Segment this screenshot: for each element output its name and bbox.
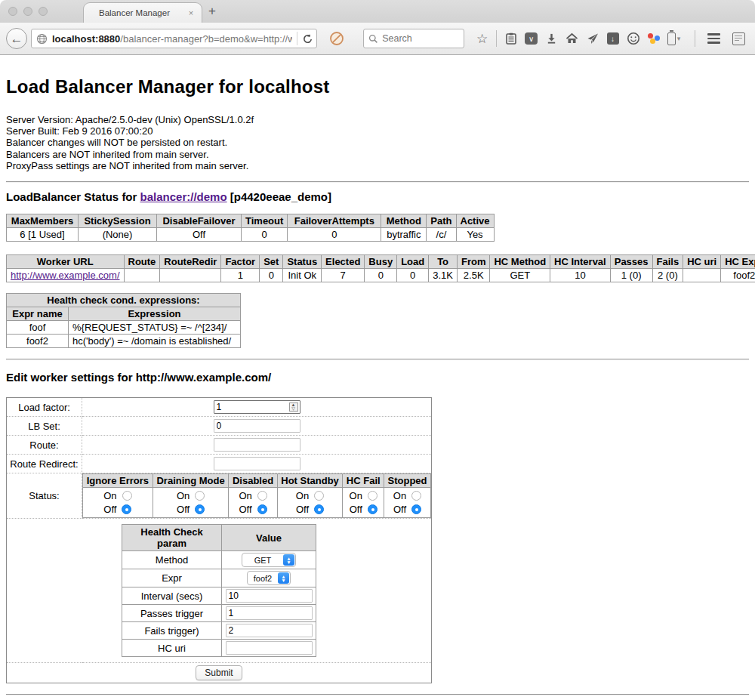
interval-input[interactable]	[226, 589, 313, 603]
edit-worker-heading: Edit worker settings for http://www.exam…	[6, 371, 749, 384]
column-header: HC Method	[490, 255, 550, 269]
radio-hc-fail-off[interactable]	[368, 504, 378, 514]
route-redirect-input[interactable]	[214, 457, 300, 470]
send-button[interactable]	[582, 27, 602, 50]
cell-disablefailover: Off	[157, 228, 242, 242]
tab-balancer-manager[interactable]: Balancer Manager ×	[83, 2, 202, 23]
cell-fails: 2 (0)	[652, 269, 683, 282]
off-label: Off	[177, 504, 190, 515]
column-header: Fails	[652, 255, 683, 269]
server-info-line: Balancers are NOT inherited from main se…	[6, 149, 749, 160]
on-label: On	[239, 490, 251, 501]
bookmark-button[interactable]: ☆	[472, 27, 492, 50]
radio-hot-standby-off[interactable]	[314, 504, 324, 514]
column-header: HC Fail	[343, 474, 384, 488]
cell-factor: 1	[221, 269, 260, 282]
radio-stopped-on[interactable]	[411, 491, 421, 501]
column-header: Busy	[365, 255, 397, 269]
save-page-button[interactable]: ↓	[602, 27, 623, 50]
number-spinner-icon[interactable]: ▲▽	[289, 402, 298, 412]
radio-hot-standby-on[interactable]	[314, 491, 324, 501]
expr-select[interactable]: foof2▲▼	[247, 571, 291, 585]
radio-stopped-off[interactable]	[411, 504, 421, 514]
passes-input[interactable]	[226, 606, 313, 620]
fails-input[interactable]	[226, 624, 313, 637]
radio-draining-mode-on[interactable]	[195, 491, 205, 501]
server-info-line: ProxyPass settings are NOT inherited fro…	[6, 160, 749, 171]
feedback-button[interactable]	[623, 27, 643, 50]
home-button[interactable]	[562, 27, 582, 50]
bookmarks-panel-button[interactable]	[729, 27, 749, 50]
select-chevrons-icon: ▲▼	[283, 554, 294, 566]
window-close-button[interactable]	[8, 7, 17, 16]
cell-status: Init Ok	[283, 269, 322, 282]
window-controls[interactable]	[8, 7, 48, 16]
lb-set-input[interactable]	[214, 419, 300, 433]
edit-worker-form: Load factor: ▲▽ LB Set: Route: Route Red…	[6, 397, 432, 683]
column-header: From	[457, 255, 490, 269]
menu-button[interactable]	[704, 27, 724, 50]
expr-name: foof	[7, 321, 69, 335]
paper-plane-icon	[587, 32, 599, 45]
new-tab-button[interactable]: +	[208, 4, 216, 19]
divider	[6, 694, 749, 695]
submit-button[interactable]: Submit	[196, 665, 242, 680]
pocket-button[interactable]: ∨	[521, 27, 541, 50]
cell-hc-method: GET	[490, 269, 550, 282]
cell-failoverattempts: 0	[288, 228, 381, 242]
heading-suffix: [p4420eeae_demo]	[227, 190, 331, 203]
column-header: FailoverAttempts	[288, 214, 381, 228]
column-header: Set	[260, 255, 283, 269]
device-button[interactable]: ▾	[664, 27, 684, 50]
divider	[6, 181, 749, 183]
cell-set: 0	[260, 269, 283, 282]
expr-label: Expr	[122, 569, 222, 587]
hc-uri-input[interactable]	[226, 641, 313, 655]
url-path: /balancer-manager?b=demo&w=http://www.ex…	[120, 33, 292, 45]
on-label: On	[350, 490, 362, 501]
balancer-demo-link[interactable]: balancer://demo	[140, 190, 227, 203]
url-bar[interactable]: localhost:8880/balancer-manager?b=demo&w…	[31, 29, 317, 48]
back-arrow-icon: ←	[11, 32, 23, 45]
table-row: 6 [1 Used] (None) Off 0 0 bytraffic /c/ …	[7, 228, 495, 242]
tab-close-icon[interactable]: ×	[185, 8, 197, 17]
column-header: Health Check param	[122, 525, 222, 551]
reload-icon[interactable]	[302, 33, 313, 45]
method-select[interactable]: GET▲▼	[242, 553, 296, 567]
back-button[interactable]: ←	[6, 28, 27, 49]
search-bar[interactable]	[363, 29, 464, 48]
url-text: localhost:8880/balancer-manager?b=demo&w…	[52, 33, 292, 45]
route-redirect-label: Route Redirect:	[7, 455, 82, 473]
radio-ignore-errors-on[interactable]	[122, 491, 132, 501]
off-label: Off	[350, 504, 362, 515]
on-label: On	[177, 490, 190, 501]
column-header: Passes	[610, 255, 652, 269]
worker-url-link[interactable]: http://www.example.com/	[11, 270, 120, 281]
radio-disabled-on[interactable]	[257, 491, 267, 501]
image-blocker-button[interactable]	[326, 27, 347, 50]
window-minimize-button[interactable]	[23, 7, 32, 16]
radio-hc-fail-on[interactable]	[368, 491, 378, 501]
window-zoom-button[interactable]	[39, 7, 48, 16]
off-label: Off	[393, 504, 406, 515]
column-header: To	[429, 255, 458, 269]
reading-list-button[interactable]	[501, 27, 521, 50]
tab-bar: Balancer Manager × +	[0, 0, 755, 23]
pocket-icon: ∨	[525, 32, 538, 45]
colored-dots-icon	[647, 32, 661, 45]
search-input[interactable]	[382, 33, 458, 44]
radio-ignore-errors-off[interactable]	[122, 504, 131, 514]
extension-dots-button[interactable]	[643, 27, 664, 50]
hc-expressions-table: Health check cond. expressions: Expr nam…	[6, 293, 241, 348]
downloads-button[interactable]	[541, 27, 562, 50]
load-factor-input[interactable]	[214, 400, 300, 414]
toolbar-divider	[695, 30, 695, 47]
hamburger-menu-icon	[707, 33, 720, 44]
route-label: Route:	[7, 436, 82, 455]
page-title: Load Balancer Manager for localhost	[6, 76, 749, 97]
radio-draining-mode-off[interactable]	[195, 504, 205, 514]
column-header: MaxMembers	[7, 214, 79, 228]
radio-disabled-off[interactable]	[257, 504, 267, 514]
route-input[interactable]	[214, 438, 300, 452]
column-header: Route	[124, 255, 160, 269]
